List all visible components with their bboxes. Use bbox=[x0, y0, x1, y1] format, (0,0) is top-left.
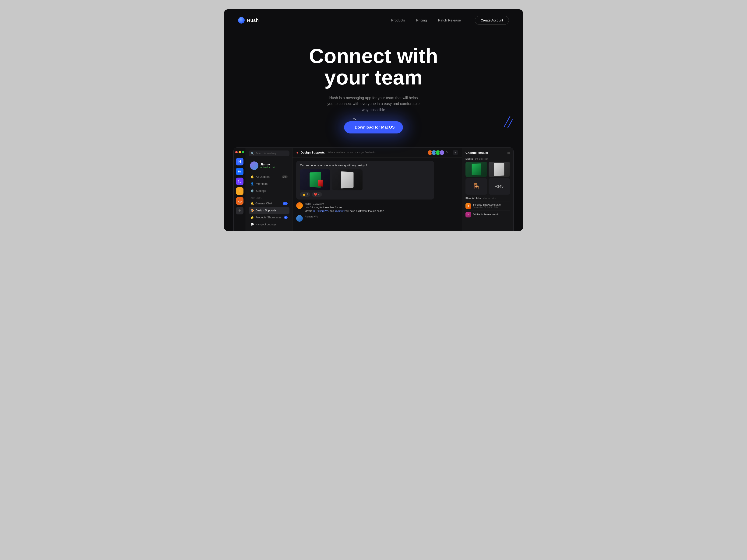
file-item-behance[interactable]: S Behance Showcase.sketch September 02, … bbox=[465, 202, 510, 210]
chat-title: Design Supports bbox=[301, 151, 325, 154]
products-badge: 4 bbox=[284, 216, 288, 219]
media-section-title: Media 148 Discover bbox=[465, 157, 510, 160]
channel-icon-active: 🎨 bbox=[251, 209, 254, 212]
files-section: Files & Links Files 31 Links S Behance S… bbox=[465, 197, 510, 219]
hero-subtitle: Hush is a messaging app for your team th… bbox=[327, 95, 420, 113]
members-icon: 👤 bbox=[251, 182, 254, 186]
channel-design-supports[interactable]: 🎨 Design Supports bbox=[249, 207, 289, 214]
menu-item-updates[interactable]: 🔔 All Updates 245 bbox=[249, 174, 289, 180]
reaction-thumbs[interactable]: 👍 3 bbox=[300, 192, 310, 197]
sketch-icon-2: S bbox=[465, 212, 471, 217]
channel-icon: 🔔 bbox=[251, 202, 254, 205]
sidebar-app-hush[interactable]: H bbox=[236, 158, 243, 165]
chair-icon: 🪑 bbox=[472, 183, 481, 190]
reaction-heart[interactable]: ❤️ 4 bbox=[312, 192, 322, 197]
msg-sender-richard: Richard Wu bbox=[305, 215, 318, 218]
channel-icon-hangout: 💬 bbox=[251, 223, 254, 226]
user-name: Jimmy bbox=[260, 163, 275, 166]
reaction-emoji-1: 👍 bbox=[302, 193, 306, 196]
user-status: Active for chat bbox=[260, 166, 275, 169]
download-button[interactable]: Download for MacOS bbox=[344, 121, 403, 133]
channel-products-showcases[interactable]: ⭐ Products Showcases 4 bbox=[249, 214, 289, 221]
updates-badge: 245 bbox=[282, 176, 288, 178]
close-panel-button[interactable]: ⊞ bbox=[507, 151, 510, 155]
search-icon: 🔍 bbox=[251, 152, 254, 155]
sidebar-app-behance[interactable]: Bé bbox=[236, 168, 243, 175]
logo-name: Hush bbox=[247, 18, 259, 23]
sidebar-add-button[interactable]: + bbox=[236, 207, 243, 214]
msg-content-maria: Maria 10:22 AM I don't know, it's looks … bbox=[305, 202, 384, 213]
media-count: 148 Discover bbox=[475, 158, 488, 160]
updates-icon: 🔔 bbox=[251, 175, 254, 179]
file-item-dribbble[interactable]: S Dribble In Review.sketch bbox=[465, 210, 510, 219]
chat-avatars: 34 bbox=[429, 150, 448, 155]
app-mockup: H Bé ⬡ € 🦊 + 🔍 Search for anything Jimmy… bbox=[233, 148, 514, 231]
channel-icon-products: ⭐ bbox=[251, 216, 254, 219]
traffic-light-green[interactable] bbox=[242, 151, 244, 153]
sidebar-app-firefox[interactable]: 🦊 bbox=[236, 197, 243, 205]
svg-line-1 bbox=[508, 120, 512, 128]
media-section: Media 148 Discover 🪑 +145 bbox=[465, 157, 510, 195]
nav-pricing[interactable]: Pricing bbox=[416, 18, 427, 22]
navigation: Hush Products Pricing Patch Release Crea… bbox=[224, 9, 523, 31]
right-panel: Channel details ⊞ Media 148 Discover bbox=[462, 148, 513, 231]
msg-content-richard: Richard Wu bbox=[305, 215, 318, 222]
reaction-emoji-2: ❤️ bbox=[314, 193, 317, 196]
traffic-lights bbox=[235, 151, 244, 153]
design-image-2 bbox=[332, 169, 363, 190]
general-chat-badge: 21 bbox=[283, 202, 288, 205]
sidebar-app-notion[interactable]: ⬡ bbox=[236, 178, 243, 185]
avatar-richard bbox=[296, 215, 303, 222]
channel-general-chat[interactable]: 🔔 General Chat 21 bbox=[249, 200, 289, 207]
file-info-behance: Behance Showcase.sketch September 02, 20… bbox=[473, 204, 501, 208]
file-name-dribbble: Dribble In Review.sketch bbox=[473, 213, 499, 216]
file-info-dribbble: Dribble In Review.sketch bbox=[473, 213, 499, 216]
user-info: Jimmy Active for chat bbox=[260, 163, 275, 169]
message-richard: Richard Wu bbox=[296, 215, 458, 222]
file-meta-behance: September 02, 2021 · 8Mb bbox=[473, 206, 501, 208]
menu-item-members[interactable]: 👤 Members bbox=[249, 181, 289, 187]
traffic-light-yellow[interactable] bbox=[238, 151, 241, 153]
media-plus-count[interactable]: +145 bbox=[489, 178, 510, 195]
design-images bbox=[300, 169, 430, 190]
page-wrapper: Hush Products Pricing Patch Release Crea… bbox=[224, 9, 523, 231]
deco-lines bbox=[499, 114, 514, 129]
design-image-1 bbox=[300, 169, 330, 190]
media-thumb-2 bbox=[489, 162, 510, 177]
chat-body: Can somebody tell me what is wrong with … bbox=[292, 158, 462, 231]
menu-item-settings[interactable]: ⚙️ Settings bbox=[249, 188, 289, 194]
hero-section: Connect with your team Hush is a messagi… bbox=[224, 31, 523, 143]
settings-button[interactable]: ⊞ bbox=[453, 150, 458, 155]
create-account-button[interactable]: Create Account bbox=[475, 16, 509, 25]
search-bar[interactable]: 🔍 Search for anything bbox=[249, 151, 289, 156]
msg-sender-maria: Maria 10:22 AM bbox=[305, 202, 384, 205]
member-count: 34 bbox=[446, 151, 448, 154]
traffic-light-red[interactable] bbox=[235, 151, 238, 153]
nav-links: Products Pricing Patch Release bbox=[391, 18, 461, 22]
files-title: Files & Links bbox=[465, 197, 481, 200]
hero-title: Connect with your team bbox=[229, 45, 518, 88]
search-placeholder: Search for anything bbox=[256, 152, 276, 155]
files-header: Files & Links Files 31 Links bbox=[465, 197, 510, 200]
right-panel-title: Channel details ⊞ bbox=[465, 151, 510, 155]
sidebar-icons: H Bé ⬡ € 🦊 + bbox=[234, 148, 246, 231]
download-btn-wrapper: ↖ Download for MacOS bbox=[344, 121, 403, 133]
main-message-bubble: Can somebody tell me what is wrong with … bbox=[296, 161, 434, 199]
nav-products[interactable]: Products bbox=[391, 18, 405, 22]
left-panel: 🔍 Search for anything Jimmy Active for c… bbox=[246, 148, 292, 231]
logo-area: Hush bbox=[238, 17, 259, 24]
media-thumb-large: 🪑 bbox=[465, 178, 487, 195]
sidebar-app-yellow[interactable]: € bbox=[236, 187, 243, 195]
user-avatar bbox=[250, 161, 258, 170]
channel-dot-icon: ● bbox=[296, 151, 298, 155]
chat-header: ● Design Supports Where we share our wor… bbox=[292, 148, 462, 158]
msg-text-maria-2: Maybe @Richard Wu and @Jimmy will have a… bbox=[305, 209, 384, 213]
main-message-text: Can somebody tell me what is wrong with … bbox=[300, 164, 367, 167]
nav-patch-release[interactable]: Patch Release bbox=[438, 18, 461, 22]
file-name-behance: Behance Showcase.sketch bbox=[473, 204, 501, 206]
channel-section-label: CHANNEL bbox=[249, 195, 289, 200]
media-grid: 🪑 +145 bbox=[465, 162, 510, 195]
channel-hangout[interactable]: 💬 Hangout Lounge bbox=[249, 221, 289, 228]
main-chat: ● Design Supports Where we share our wor… bbox=[292, 148, 462, 231]
media-thumb-1 bbox=[465, 162, 487, 177]
